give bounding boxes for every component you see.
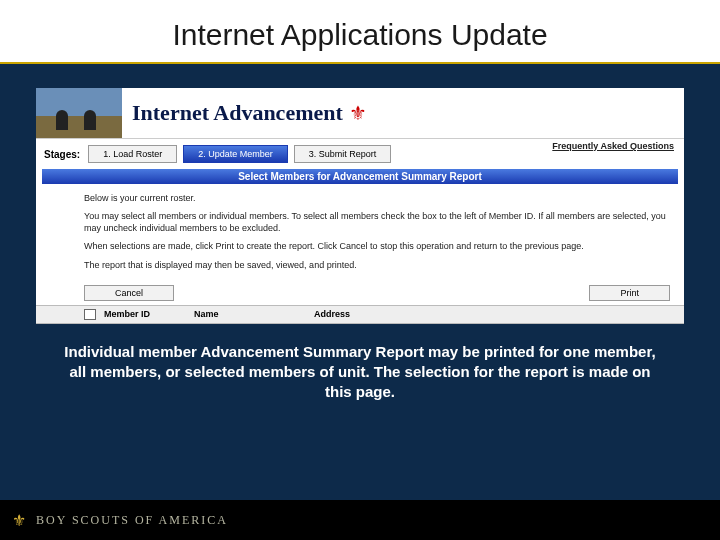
col-address: Address: [314, 309, 684, 320]
faq-link[interactable]: Frequently Asked Questions: [552, 141, 674, 151]
slide-header: Internet Applications Update: [0, 0, 720, 64]
table-header: Member ID Name Address: [36, 305, 684, 324]
stages-label: Stages:: [44, 149, 80, 160]
instruction-4: The report that is displayed may then be…: [84, 259, 670, 271]
stage-2-button[interactable]: 2. Update Member: [183, 145, 288, 163]
fleur-de-lis-icon: ⚜: [349, 101, 367, 125]
app-screenshot: Internet Advancement ⚜ Stages: 1. Load R…: [36, 88, 684, 324]
col-member-id: Member ID: [104, 309, 194, 320]
instructions: Below is your current roster. You may se…: [36, 184, 684, 281]
stage-3-button[interactable]: 3. Submit Report: [294, 145, 392, 163]
instruction-2: You may select all members or individual…: [84, 210, 670, 234]
app-title: Internet Advancement: [132, 100, 343, 126]
action-row: Cancel Print: [36, 281, 684, 305]
section-title: Select Members for Advancement Summary R…: [42, 169, 678, 184]
slide-caption: Individual member Advancement Summary Re…: [0, 324, 720, 403]
instruction-3: When selections are made, click Print to…: [84, 240, 670, 252]
col-name: Name: [194, 309, 314, 320]
footer-fleur-icon: ⚜: [12, 511, 26, 530]
instruction-1: Below is your current roster.: [84, 192, 670, 204]
stage-1-button[interactable]: 1. Load Roster: [88, 145, 177, 163]
footer-brand: BOY SCOUTS OF AMERICA: [36, 513, 228, 528]
print-button[interactable]: Print: [589, 285, 670, 301]
slide-title: Internet Applications Update: [0, 18, 720, 52]
stages-row: Stages: 1. Load Roster 2. Update Member …: [36, 139, 684, 169]
select-all-checkbox[interactable]: [84, 309, 96, 320]
footer: ⚜ BOY SCOUTS OF AMERICA: [0, 500, 720, 540]
cancel-button[interactable]: Cancel: [84, 285, 174, 301]
header-photo: [36, 88, 122, 138]
app-header: Internet Advancement ⚜: [36, 88, 684, 139]
